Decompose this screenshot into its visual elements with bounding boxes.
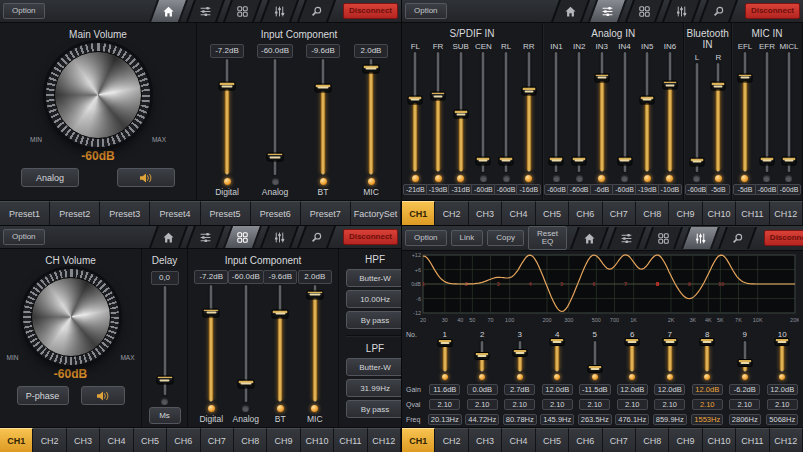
freq-value-badge[interactable]: 2806Hz <box>729 414 761 426</box>
fader-handle[interactable] <box>306 290 323 299</box>
nav-tab-mixer[interactable] <box>187 226 224 248</box>
qval-value-badge[interactable]: 2.10 <box>542 399 573 411</box>
fader-handle[interactable] <box>572 156 587 165</box>
fader-handle[interactable] <box>711 82 726 91</box>
fader-handle[interactable] <box>521 87 536 96</box>
mute-button[interactable] <box>117 168 175 187</box>
micl-fader[interactable] <box>779 51 799 173</box>
nav-tab-setup[interactable] <box>700 0 737 22</box>
fader-handle[interactable] <box>453 110 468 119</box>
in1-fader[interactable] <box>546 51 566 173</box>
gain-value-badge[interactable]: 12.0dB <box>692 384 723 396</box>
qval-value-badge[interactable]: 2.10 <box>467 399 498 411</box>
hpf-freq-button[interactable]: 10.00Hz <box>346 290 401 308</box>
channel-tab-ch4[interactable]: CH4 <box>502 201 535 225</box>
fader-handle[interactable] <box>272 309 289 318</box>
channel-tab-ch9[interactable]: CH9 <box>669 428 702 452</box>
option-button[interactable]: Option <box>3 3 45 19</box>
channel-tab-ch8[interactable]: CH8 <box>636 428 669 452</box>
band-7-fader[interactable] <box>662 340 678 373</box>
analog-source-button[interactable]: Analog <box>21 168 79 187</box>
channel-tab-ch7[interactable]: CH7 <box>603 428 636 452</box>
band-2-fader[interactable] <box>474 340 490 373</box>
option-button[interactable]: Option <box>405 230 447 246</box>
channel-tab-ch7[interactable]: CH7 <box>201 428 234 452</box>
channel-tab-ch10[interactable]: CH10 <box>703 201 736 225</box>
nav-tab-eq[interactable] <box>663 0 700 22</box>
fader-handle[interactable] <box>476 156 491 165</box>
band-1-fader[interactable] <box>437 340 453 373</box>
band-4-fader[interactable] <box>549 340 565 373</box>
fader-handle[interactable] <box>408 95 423 104</box>
hpf-bypass-button[interactable]: By pass <box>346 311 401 329</box>
option-button[interactable]: Option <box>3 229 45 245</box>
lpf-bypass-button[interactable]: By pass <box>346 400 401 418</box>
preset-tab-preset4[interactable]: Preset4 <box>150 201 200 225</box>
nav-tab-setup[interactable] <box>298 226 335 248</box>
r-fader[interactable] <box>708 62 728 173</box>
fader-handle[interactable] <box>203 308 220 317</box>
band-10-fader[interactable] <box>774 340 790 373</box>
band-3-fader[interactable] <box>512 340 528 373</box>
channel-tab-ch2[interactable]: CH2 <box>435 201 468 225</box>
channel-tab-ch5[interactable]: CH5 <box>536 428 569 452</box>
channel-tab-ch9[interactable]: CH9 <box>267 428 300 452</box>
phase-button[interactable]: P-phase <box>17 386 69 405</box>
sub-fader[interactable] <box>451 51 471 173</box>
fader-handle[interactable] <box>437 339 452 347</box>
channel-tab-ch3[interactable]: CH3 <box>469 428 502 452</box>
channel-tab-ch12[interactable]: CH12 <box>770 201 803 225</box>
fader-handle[interactable] <box>781 156 796 165</box>
freq-value-badge[interactable]: 476.1Hz <box>615 414 649 426</box>
gain-value-badge[interactable]: 11.6dB <box>429 384 460 396</box>
mic-fader[interactable] <box>361 58 381 176</box>
disconnect-button[interactable]: Disconnect <box>343 3 398 19</box>
channel-tab-ch1[interactable]: CH1 <box>0 428 33 452</box>
option-button[interactable]: Option <box>405 3 447 19</box>
digital-fader[interactable] <box>217 58 237 176</box>
channel-tab-ch8[interactable]: CH8 <box>636 201 669 225</box>
in4-fader[interactable] <box>615 51 635 173</box>
in2-fader[interactable] <box>569 51 589 173</box>
freq-value-badge[interactable]: 20.13Hz <box>428 414 462 426</box>
rr-fader[interactable] <box>519 51 539 173</box>
reset-eq-button[interactable]: Reset EQ <box>528 226 567 250</box>
preset-tab-preset6[interactable]: Preset6 <box>251 201 301 225</box>
channel-tab-ch11[interactable]: CH11 <box>334 428 367 452</box>
fader-handle[interactable] <box>237 379 254 388</box>
freq-value-badge[interactable]: 145.9Hz <box>540 414 574 426</box>
nav-tab-setup[interactable] <box>298 0 335 22</box>
hpf-type-button[interactable]: Butter-W <box>346 269 401 287</box>
channel-tab-ch1[interactable]: CH1 <box>402 428 435 452</box>
fader-handle[interactable] <box>662 338 677 346</box>
channel-tab-ch5[interactable]: CH5 <box>536 201 569 225</box>
qval-value-badge[interactable]: 2.10 <box>579 399 610 411</box>
fader-handle[interactable] <box>219 82 236 91</box>
nav-tab-channels[interactable] <box>626 0 663 22</box>
channel-tab-ch6[interactable]: CH6 <box>569 428 602 452</box>
band-6-fader[interactable] <box>624 340 640 373</box>
gain-value-badge[interactable]: 0.0dB <box>467 384 498 396</box>
channel-tab-ch6[interactable]: CH6 <box>167 428 200 452</box>
delay-fader[interactable] <box>155 285 175 396</box>
channel-tab-ch11[interactable]: CH11 <box>736 428 769 452</box>
rl-fader[interactable] <box>496 51 516 173</box>
disconnect-button[interactable]: Disconnect <box>745 3 800 19</box>
channel-tab-ch5[interactable]: CH5 <box>134 428 167 452</box>
l-fader[interactable] <box>687 62 707 173</box>
efr-fader[interactable] <box>757 51 777 173</box>
efl-fader[interactable] <box>735 51 755 173</box>
channel-tab-ch4[interactable]: CH4 <box>502 428 535 452</box>
channel-tab-ch10[interactable]: CH10 <box>703 428 736 452</box>
fader-handle[interactable] <box>315 83 332 92</box>
fader-handle[interactable] <box>156 376 173 385</box>
fader-handle[interactable] <box>625 338 640 346</box>
gain-value-badge[interactable]: 12.0dB <box>767 384 798 396</box>
mute-button[interactable] <box>81 386 125 405</box>
band-9-fader[interactable] <box>737 340 753 373</box>
in5-fader[interactable] <box>637 51 657 173</box>
fader-handle[interactable] <box>737 359 752 367</box>
analog-fader[interactable] <box>236 284 256 403</box>
disconnect-button[interactable]: Disconnect <box>343 229 398 245</box>
gain-value-badge[interactable]: 2.7dB <box>504 384 535 396</box>
